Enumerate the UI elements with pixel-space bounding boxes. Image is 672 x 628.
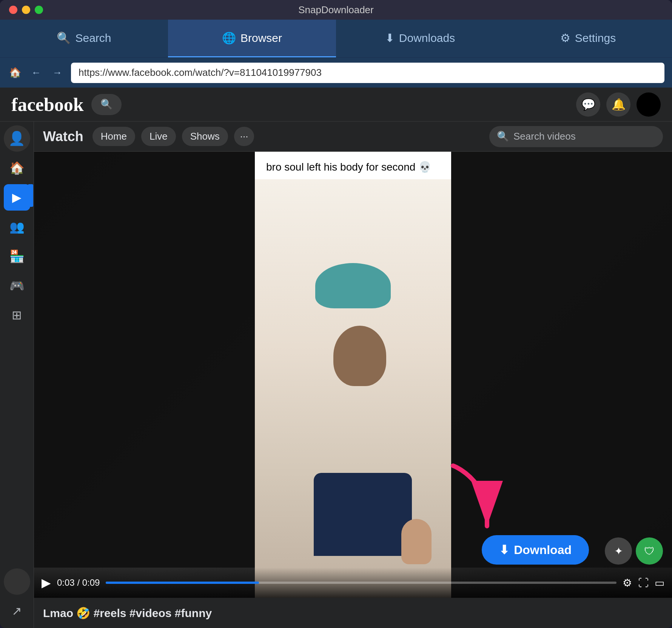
watch-home-pill[interactable]: Home: [92, 127, 135, 146]
sidebar-bottom-avatar[interactable]: [4, 568, 30, 595]
settings-icon[interactable]: ⚙: [623, 577, 632, 589]
video-title: Lmao 🤣 #reels #videos #funny: [43, 606, 212, 620]
minimize-button[interactable]: [22, 6, 30, 14]
video-caption: bro soul left his body for second 💀: [255, 152, 451, 179]
video-controls: ▶ 0:03 / 0:09 ⚙ ⛶ ▭: [34, 568, 672, 598]
extension-icon-2[interactable]: 🛡: [636, 537, 663, 565]
left-overlay: [34, 152, 255, 568]
addressbar: 🏠 ← →: [0, 57, 672, 88]
forward-button[interactable]: →: [50, 65, 65, 80]
progress-bar[interactable]: [106, 582, 617, 584]
video-media: [255, 179, 451, 598]
play-button[interactable]: ▶: [42, 576, 51, 590]
settings-tab-icon: ⚙: [560, 31, 570, 45]
head-shape: [333, 326, 386, 386]
video-container: bro soul left his body for second 💀: [34, 152, 672, 598]
browser-content: facebook 🔍 💬 🔔 👤 🏠 ▶: [0, 88, 672, 628]
app-window: SnapDownloader 🔍 Search 🌐 Browser ⬇ Down…: [0, 0, 672, 628]
watch-home-label: Home: [101, 131, 127, 142]
forward-icon: →: [52, 67, 62, 78]
fb-search-button[interactable]: 🔍: [91, 94, 122, 115]
video-time: 0:03 / 0:09: [57, 577, 100, 588]
sidebar-share[interactable]: ↗: [4, 598, 30, 624]
watch-more-label: ···: [240, 131, 248, 142]
close-button[interactable]: [9, 6, 17, 14]
tab-search[interactable]: 🔍 Search: [0, 20, 168, 57]
watch-search-icon: 🔍: [497, 131, 509, 142]
downloads-tab-label: Downloads: [399, 32, 455, 45]
main-area: 👤 🏠 ▶ 👥 🏪 🎮 ⊞ ↗ Watch: [0, 122, 672, 628]
download-button[interactable]: ⬇ Download: [482, 535, 589, 565]
fb-notifications-icon[interactable]: 🔔: [606, 92, 630, 117]
body-shape: [314, 473, 412, 556]
sidebar-watch[interactable]: ▶: [4, 184, 30, 211]
watch-shows-label: Shows: [190, 131, 220, 142]
traffic-lights: [9, 6, 43, 14]
fullscreen-button[interactable]: [35, 6, 43, 14]
sidebar-gaming[interactable]: 🎮: [4, 272, 30, 299]
fb-sidebar: 👤 🏠 ▶ 👥 🏪 🎮 ⊞ ↗: [0, 122, 34, 628]
fb-messenger-icon[interactable]: 💬: [576, 92, 600, 117]
browser-tab-label: Browser: [240, 32, 282, 45]
watch-title: Watch: [43, 129, 83, 145]
tab-downloads[interactable]: ⬇ Downloads: [336, 20, 504, 57]
video-card: bro soul left his body for second 💀: [255, 152, 451, 598]
watch-shows-pill[interactable]: Shows: [182, 127, 228, 146]
fb-header-right: 💬 🔔: [576, 92, 661, 117]
tab-settings[interactable]: ⚙ Settings: [504, 20, 672, 57]
watch-live-label: Live: [150, 131, 168, 142]
browser-tab-icon: 🌐: [222, 31, 236, 45]
watch-nav: Watch Home Live Shows ··· 🔍: [34, 122, 672, 152]
sidebar-marketplace[interactable]: 🏪: [4, 243, 30, 269]
theater-icon[interactable]: ▭: [655, 577, 664, 589]
settings-tab-label: Settings: [575, 32, 616, 45]
child-shape: [401, 519, 432, 564]
home-icon: 🏠: [9, 67, 21, 78]
watch-search-placeholder: Search videos: [513, 131, 576, 142]
sidebar-apps[interactable]: ⊞: [4, 302, 30, 328]
search-tab-label: Search: [75, 32, 111, 45]
home-button[interactable]: 🏠: [8, 65, 23, 80]
extension-icon-1[interactable]: ✦: [605, 537, 632, 565]
right-overlay: [451, 152, 672, 568]
back-button[interactable]: ←: [29, 65, 44, 80]
download-label: Download: [514, 543, 572, 557]
tab-browser[interactable]: 🌐 Browser: [168, 20, 336, 57]
back-icon: ←: [31, 67, 41, 78]
sidebar-avatar[interactable]: 👤: [4, 125, 30, 152]
watch-search-pill[interactable]: 🔍 Search videos: [489, 126, 663, 147]
watch-area: Watch Home Live Shows ··· 🔍: [34, 122, 672, 628]
fb-avatar[interactable]: [637, 92, 661, 117]
sidebar-friends[interactable]: 👥: [4, 214, 30, 240]
fb-search-icon: 🔍: [100, 99, 113, 110]
sidebar-active-indicator: [28, 184, 33, 207]
sidebar-home[interactable]: 🏠: [4, 155, 30, 181]
watch-more-pill[interactable]: ···: [234, 127, 254, 146]
search-tab-icon: 🔍: [57, 31, 71, 45]
progress-fill: [106, 582, 259, 584]
download-icon: ⬇: [499, 543, 509, 557]
expand-icon[interactable]: ⛶: [638, 577, 649, 589]
app-title: SnapDownloader: [298, 4, 373, 16]
video-title-bar: Lmao 🤣 #reels #videos #funny: [34, 598, 672, 628]
tabbar: 🔍 Search 🌐 Browser ⬇ Downloads ⚙ Setting…: [0, 20, 672, 57]
watch-live-pill[interactable]: Live: [141, 127, 176, 146]
address-input[interactable]: [71, 63, 664, 83]
titlebar: SnapDownloader: [0, 0, 672, 20]
extension-icons: ✦ 🛡: [605, 537, 663, 565]
hat-shape: [315, 263, 391, 308]
fb-header: facebook 🔍 💬 🔔: [0, 88, 672, 122]
avatar-icon: 👤: [8, 131, 25, 146]
downloads-tab-icon: ⬇: [385, 31, 395, 45]
fb-logo: facebook: [11, 94, 84, 115]
